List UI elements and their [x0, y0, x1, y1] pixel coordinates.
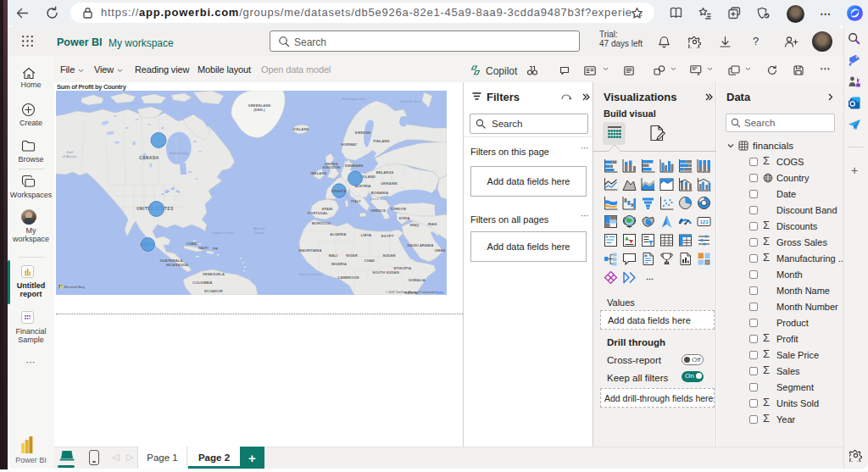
- svg-text:EGYPT: EGYPT: [381, 234, 394, 238]
- svg-text:CANADA: CANADA: [139, 156, 159, 160]
- svg-text:BELARUS: BELARUS: [376, 170, 394, 175]
- svg-text:Barents Sea: Barents Sea: [400, 99, 420, 103]
- svg-text:SOMALIA: SOMALIA: [409, 278, 426, 282]
- svg-text:Microsoft Bing: Microsoft Bing: [64, 286, 85, 289]
- svg-text:FRANCE: FRANCE: [331, 189, 347, 193]
- svg-text:SUDAN: SUDAN: [382, 253, 395, 258]
- svg-text:CHAD: CHAD: [364, 258, 375, 263]
- svg-text:Ocean: Ocean: [254, 230, 265, 235]
- svg-text:HAITI: HAITI: [198, 246, 208, 250]
- svg-text:CUBA: CUBA: [186, 242, 197, 246]
- svg-text:Black Sea: Black Sea: [370, 197, 387, 201]
- svg-text:IRAQ: IRAQ: [410, 223, 420, 227]
- svg-text:Gulf of Guinea: Gulf of Guinea: [298, 272, 322, 276]
- svg-text:GREECE: GREECE: [370, 208, 386, 213]
- svg-text:© 2025 TomTom, Microsoft Corpo: © 2025 TomTom, Microsoft Corporation: [386, 291, 436, 294]
- svg-text:FINLAND: FINLAND: [374, 139, 390, 143]
- svg-text:(DEN.): (DEN.): [253, 108, 265, 112]
- svg-text:PR: PR: [213, 247, 218, 251]
- svg-text:UKRAINE: UKRAINE: [381, 181, 398, 186]
- svg-text:ROMANIA: ROMANIA: [371, 191, 389, 195]
- svg-text:NIGERIA: NIGERIA: [331, 262, 347, 266]
- svg-text:IRELAND: IRELAND: [310, 171, 326, 175]
- svg-text:NICARAGUA: NICARAGUA: [166, 263, 188, 267]
- svg-text:ALGERIA: ALGERIA: [330, 232, 346, 236]
- svg-text:SOUTH SUDAN: SOUTH SUDAN: [372, 270, 399, 275]
- svg-text:SYRIA: SYRIA: [398, 216, 409, 220]
- svg-text:ITALY: ITALY: [351, 199, 361, 203]
- svg-text:IRAN: IRAN: [428, 222, 437, 226]
- svg-text:Terms: Terms: [436, 291, 444, 294]
- svg-text:LIBYA: LIBYA: [361, 233, 372, 237]
- svg-text:MALI: MALI: [329, 253, 338, 258]
- svg-text:COLOMBIA: COLOMBIA: [192, 280, 212, 285]
- svg-text:NIGER: NIGER: [346, 253, 358, 258]
- svg-text:ETHIOPIA: ETHIOPIA: [394, 266, 412, 270]
- svg-text:MAURITANIA: MAURITANIA: [298, 248, 321, 253]
- svg-text:of Alaska: of Alaska: [62, 154, 77, 158]
- svg-text:MOROCCO: MOROCCO: [312, 221, 331, 225]
- svg-text:123: 123: [699, 219, 709, 225]
- svg-text:Sargasso Sea: Sargasso Sea: [212, 230, 235, 235]
- svg-text:ICELAND: ICELAND: [292, 127, 309, 131]
- svg-text:ECUADOR: ECUADOR: [204, 289, 223, 293]
- svg-text:PORTUGAL: PORTUGAL: [308, 211, 328, 215]
- svg-text:SWEDEN: SWEDEN: [355, 130, 371, 135]
- svg-text:Hudson Bay: Hudson Bay: [170, 151, 190, 155]
- svg-text:CAMEROON: CAMEROON: [337, 275, 359, 280]
- svg-text:TÜRKIYE: TÜRKIYE: [391, 207, 407, 211]
- svg-text:⋯: ⋯: [646, 275, 654, 283]
- svg-text:KINGDOM: KINGDOM: [323, 165, 341, 169]
- svg-text:NORWAY: NORWAY: [342, 142, 358, 147]
- svg-text:OMAN: OMAN: [434, 248, 445, 253]
- svg-text:DENMARK: DENMARK: [345, 164, 364, 168]
- svg-text:Norwegian Sea: Norwegian Sea: [342, 97, 367, 101]
- svg-text:SAUDI ARABIA: SAUDI ARABIA: [407, 243, 433, 247]
- svg-text:VENEZUELA: VENEZUELA: [203, 272, 225, 276]
